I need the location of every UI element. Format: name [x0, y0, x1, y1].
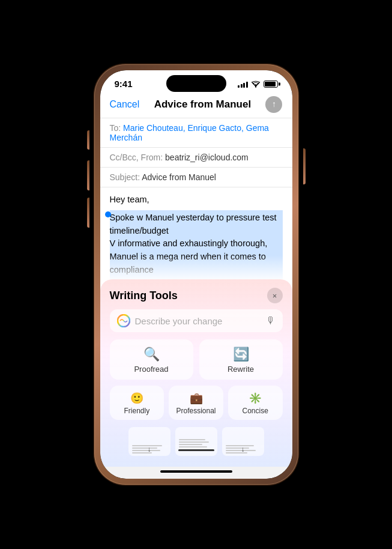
mail-compose-header: Cancel Advice from Manuel ↑ [100, 91, 292, 118]
selected-text: Spoke w Manuel yesterday to pressure tes… [110, 210, 283, 279]
concise-icon: ✳️ [249, 392, 262, 405]
thumbnail-3[interactable]: ↓ [222, 427, 264, 456]
subject-field[interactable]: Subject: Advice from Manuel [100, 168, 292, 187]
signal-bar-2 [241, 84, 243, 88]
signal-bar-3 [243, 83, 245, 88]
thumb-arrow-3: ↓ [241, 445, 245, 453]
concise-label: Concise [243, 407, 268, 415]
power-button[interactable] [303, 148, 306, 184]
to-value: Marie Chouteau, Enrique Gacto, Gema Merc… [110, 123, 269, 142]
thumb-line [132, 450, 161, 451]
thumb-line [179, 444, 202, 445]
signal-bar-4 [246, 82, 248, 88]
writing-tools-search-bar[interactable]: Describe your change 🎙 [110, 309, 283, 332]
mute-button[interactable] [87, 130, 89, 150]
status-time: 9:41 [115, 79, 133, 89]
proofread-label: Proofread [134, 365, 168, 374]
selected-text-container: Spoke w Manuel yesterday to pressure tes… [110, 210, 283, 279]
professional-button[interactable]: 💼 Professional [169, 386, 223, 420]
cancel-button[interactable]: Cancel [110, 99, 140, 110]
thumb-line [179, 446, 208, 447]
send-button[interactable]: ↑ [265, 96, 282, 113]
thumb-line [226, 445, 255, 446]
cc-value: beatriz_ri@icloud.com [165, 153, 249, 162]
signal-bar-1 [238, 85, 240, 88]
thumb-line [179, 439, 206, 440]
writing-tools-header: Writing Tools × [110, 288, 283, 303]
home-indicator-area [100, 467, 292, 479]
writing-tools-close-button[interactable]: × [267, 288, 283, 303]
proofread-icon: 🔍 [143, 347, 160, 362]
rewrite-icon: 🔄 [233, 347, 249, 362]
rewrite-button[interactable]: 🔄 Rewrite [199, 339, 283, 380]
battery-fill [265, 82, 276, 86]
thumb-line [132, 447, 157, 449]
signal-icon [238, 80, 248, 88]
writing-tools-title: Writing Tools [110, 290, 178, 302]
writing-tools-main-buttons: 🔍 Proofread 🔄 Rewrite [110, 339, 283, 380]
friendly-icon: 🙂 [130, 392, 143, 405]
mail-greeting: Hey team, [110, 193, 283, 207]
ai-orb-icon [117, 314, 130, 327]
dynamic-island [166, 75, 226, 92]
mail-title: Advice from Manuel [154, 99, 252, 111]
volume-down-button[interactable] [87, 198, 89, 228]
send-arrow-icon: ↑ [272, 99, 276, 109]
subject-label: Subject: [110, 172, 142, 182]
volume-up-button[interactable] [87, 160, 89, 190]
close-icon: × [273, 291, 277, 300]
mail-body[interactable]: Hey team, Spoke w Manuel yesterday to pr… [100, 187, 292, 279]
writing-tools-panel: Writing Tools × [100, 279, 292, 467]
thumb-line [179, 441, 209, 443]
professional-icon: 💼 [190, 392, 203, 405]
svg-point-0 [255, 86, 256, 87]
rewrite-label: Rewrite [228, 365, 254, 374]
thumb-lines-2 [179, 437, 213, 447]
to-field[interactable]: To: Marie Chouteau, Enrique Gacto, Gema … [100, 118, 292, 148]
home-bar[interactable] [160, 470, 232, 473]
proofread-button[interactable]: 🔍 Proofread [110, 339, 193, 380]
selection-handle [105, 211, 111, 217]
screen-content: 9:41 [100, 70, 292, 479]
friendly-label: Friendly [124, 407, 149, 415]
microphone-icon[interactable]: 🎙 [266, 315, 276, 326]
search-placeholder: Describe your change [135, 316, 261, 326]
thumbnail-1[interactable]: ↓ [128, 427, 170, 456]
cc-field[interactable]: Cc/Bcc, From: beatriz_ri@icloud.com [100, 148, 292, 168]
phone-frame: 9:41 [94, 64, 298, 485]
writing-tools-tone-buttons: 🙂 Friendly 💼 Professional ✳️ Concise [110, 386, 283, 420]
phone-screen: 9:41 [100, 70, 292, 479]
friendly-button[interactable]: 🙂 Friendly [110, 386, 164, 420]
to-label: To: [110, 123, 124, 133]
status-icons [238, 80, 278, 88]
thumb-arrow-1: ↓ [148, 445, 151, 453]
battery-icon [264, 80, 278, 88]
cc-label: Cc/Bcc, From: [110, 153, 166, 162]
professional-label: Professional [176, 407, 216, 415]
thumb-line [226, 447, 249, 449]
subject-value: Advice from Manuel [142, 172, 216, 182]
thumb-home-bar [178, 449, 214, 451]
concise-button[interactable]: ✳️ Concise [228, 386, 283, 420]
writing-tools-thumbnails: ↓ [110, 427, 283, 461]
thumbnail-2[interactable] [175, 427, 217, 456]
wifi-icon [251, 80, 261, 88]
